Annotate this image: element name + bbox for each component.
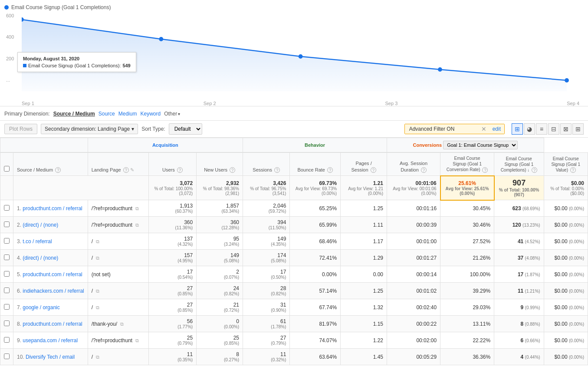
close-filter-button[interactable]: ✕	[479, 124, 489, 134]
row-bounce-rate: 67.74%	[290, 299, 341, 316]
total-new-users-val: 2,932	[200, 180, 239, 186]
sessions-info-icon[interactable]: ?	[274, 167, 280, 173]
row-sessions: 149 (4.35%)	[243, 233, 290, 250]
copy-icon[interactable]: ⧉	[94, 255, 101, 261]
dim-link-medium[interactable]: Medium	[118, 111, 137, 117]
col-header-avg-session: Avg. SessionDuration ?	[387, 152, 440, 176]
table-view-icon[interactable]: ⊞	[512, 123, 523, 135]
behavior-header: Behavior	[243, 138, 387, 153]
totals-label	[13, 176, 149, 200]
source-medium-link[interactable]: usepanda.com / referral	[23, 337, 78, 344]
source-medium-link[interactable]: t.co / referral	[23, 238, 52, 244]
row-new-users: 8 (0.27%)	[197, 349, 243, 365]
row-checkbox[interactable]	[4, 353, 10, 359]
row-checkbox[interactable]	[4, 221, 10, 227]
pivot-view-icon[interactable]: ⊟	[548, 123, 559, 135]
secondary-dim-label: Secondary dimension: Landing Page	[45, 126, 130, 132]
copy-icon[interactable]: ⧉	[94, 354, 101, 360]
source-medium-link[interactable]: (direct) / (none)	[23, 222, 58, 228]
row-pages-session: 1.15	[341, 316, 387, 332]
source-medium-link[interactable]: producthunt.com / referral	[23, 321, 82, 327]
row-pages-session: 1.11	[341, 217, 387, 233]
dim-link-source-medium[interactable]: Source / Medium	[53, 111, 95, 117]
source-medium-link[interactable]: producthunt.com / referral	[23, 271, 82, 278]
edit-filter-link[interactable]: edit	[489, 124, 504, 134]
bounce-rate-info-icon[interactable]: ?	[327, 167, 333, 173]
row-checkbox[interactable]	[4, 205, 10, 211]
row-checkbox[interactable]	[4, 238, 10, 244]
row-checkbox[interactable]	[4, 304, 10, 310]
source-medium-link[interactable]: google / organic	[23, 304, 59, 311]
svg-point-5	[565, 78, 569, 83]
value-info-icon[interactable]: ?	[570, 167, 576, 173]
row-checkbox-cell	[0, 283, 13, 299]
row-value: $0.00 (0.00%)	[544, 349, 588, 365]
row-users: 17 (0.54%)	[148, 266, 196, 283]
row-new-users: 24 (0.82%)	[197, 283, 243, 299]
comparison-view-icon[interactable]: ⊠	[560, 123, 572, 135]
total-conv-val: 25.61%	[444, 180, 490, 186]
source-medium-link[interactable]: indiehackers.com / referral	[23, 288, 84, 294]
tooltip-square-icon	[23, 64, 26, 67]
bar-view-icon[interactable]: ≡	[536, 123, 547, 135]
row-checkbox[interactable]	[4, 287, 10, 293]
row-conversion-rate: 22.22%	[440, 332, 494, 349]
svg-point-2	[159, 37, 163, 41]
users-info-icon[interactable]: ?	[177, 167, 183, 173]
landing-page-info-icon[interactable]: ?	[123, 167, 129, 173]
source-medium-link[interactable]: producthunt.com / referral	[23, 205, 82, 211]
row-conversion-rate: 36.36%	[440, 349, 494, 365]
new-users-info-icon[interactable]: ?	[230, 167, 235, 173]
select-all-checkbox[interactable]	[4, 166, 10, 172]
sort-type-select[interactable]: Default	[169, 123, 202, 135]
row-users: 137 (4.32%)	[148, 233, 196, 250]
row-checkbox[interactable]	[4, 337, 10, 343]
analytics-table: Acquisition Behavior Conversions Goal 1:…	[0, 138, 588, 365]
dim-dropdown-other[interactable]: Other ▾	[164, 111, 180, 117]
row-bounce-rate: 65.99%	[290, 217, 341, 233]
dim-link-keyword[interactable]: Keyword	[140, 111, 161, 117]
col-header-completions: Email CourseSignup (Goal 1Completions) ↓…	[494, 152, 544, 176]
landing-page-edit-icon[interactable]: ✎	[130, 167, 134, 172]
source-medium-info-icon[interactable]: ?	[55, 167, 61, 173]
row-checkbox-cell	[0, 217, 13, 233]
row-num-cell: 4. (direct) / (none)	[13, 250, 88, 266]
copy-icon[interactable]: ⧉	[134, 206, 141, 211]
copy-icon[interactable]: ⧉	[94, 288, 101, 294]
row-conversion-rate: 30.45%	[440, 200, 494, 217]
secondary-dimension-dropdown[interactable]: Secondary dimension: Landing Page ▾	[41, 124, 138, 134]
row-num-cell: 8. producthunt.com / referral	[13, 316, 88, 332]
source-medium-link[interactable]: Diversify Tech / email	[26, 354, 75, 360]
total-pages-session: 1.21 Avg for View: 1.21 (0.00%)	[341, 176, 387, 200]
goal-select[interactable]: Goal 1: Email Course Signup	[443, 141, 518, 149]
conversion-rate-info-icon[interactable]: ?	[482, 167, 488, 173]
total-conv-sub: Avg for View: 25.61% (0.00%)	[444, 186, 490, 196]
row-checkbox[interactable]	[4, 254, 10, 260]
plot-rows-button[interactable]: Plot Rows	[4, 124, 37, 134]
lifetime-view-icon[interactable]: ⊞	[572, 123, 584, 135]
row-checkbox[interactable]	[4, 271, 10, 277]
pages-session-info-icon[interactable]: ?	[371, 167, 376, 173]
row-avg-session: 00:01:16	[387, 200, 440, 217]
copy-icon[interactable]: ⧉	[134, 222, 141, 228]
total-bounce-sub: Avg for View: 69.73% (0.00%)	[293, 186, 337, 196]
row-checkbox[interactable]	[4, 320, 10, 326]
copy-icon[interactable]: ⧉	[118, 321, 125, 327]
row-landing-page: / ⧉	[88, 349, 148, 365]
advanced-filter-input[interactable]	[405, 124, 479, 134]
pie-view-icon[interactable]: ◕	[524, 123, 535, 135]
dim-link-source[interactable]: Source	[99, 111, 115, 117]
row-landing-page: /?ref=producthunt ⧉	[88, 217, 148, 233]
avg-session-info-icon[interactable]: ?	[421, 167, 427, 173]
source-medium-link[interactable]: (direct) / (none)	[23, 255, 58, 261]
copy-icon[interactable]: ⧉	[134, 338, 141, 343]
completions-info-icon[interactable]: ?	[532, 167, 537, 173]
copy-icon[interactable]: ⧉	[94, 239, 101, 244]
data-table-wrapper: Acquisition Behavior Conversions Goal 1:…	[0, 138, 588, 365]
total-users: 3,072 % of Total: 100.00% (3,072)	[148, 176, 196, 200]
row-users: 27 (0.85%)	[148, 283, 196, 299]
x-label-sep1: Sep 1	[22, 101, 34, 106]
row-sessions: 27 (0.79%)	[243, 332, 290, 349]
row-conversion-rate: 13.11%	[440, 316, 494, 332]
copy-icon[interactable]: ⧉	[94, 305, 101, 310]
